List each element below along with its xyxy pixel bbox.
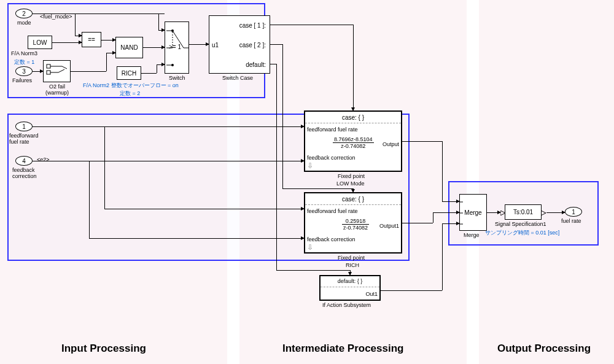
switch-case-label: Switch Case: [222, 75, 253, 81]
svg-point-13: [171, 64, 174, 66]
region-label-input: Input Processing: [61, 343, 146, 355]
merge-block[interactable]: Merge: [459, 194, 487, 231]
inport-3[interactable]: 3: [15, 66, 33, 76]
o2-fail-label: O2 fail (warmup): [45, 83, 69, 96]
port-label-fuelrate: fuel rate: [561, 218, 581, 224]
if-action-label: If Action Subsystem: [322, 302, 371, 308]
svg-marker-17: [500, 211, 505, 215]
constant-low[interactable]: LOW: [28, 36, 52, 49]
logic-nand[interactable]: NAND: [115, 37, 143, 58]
inport-4[interactable]: 4: [15, 156, 33, 166]
fa-norm3-label: F/A Norm3: [11, 50, 37, 56]
constant-rich[interactable]: RICH: [117, 66, 141, 80]
svg-point-12: [171, 29, 174, 32]
region-label-output: Output Processing: [497, 343, 591, 355]
signal-spec-note: サンプリング時間 = 0.01 [sec]: [485, 229, 559, 237]
svg-line-10: [173, 31, 184, 48]
subsystem-fixed-point-low[interactable]: case: { } feedforward fuel rate 8.7696z-…: [304, 110, 402, 172]
switch-case-block[interactable]: case [ 1 ]: case [ 2 ]: u1 default:: [209, 15, 270, 74]
signal-tag-fuelmode: <fuel_mode>: [40, 14, 72, 20]
merge-label: Merge: [464, 232, 480, 238]
outport-1[interactable]: 1: [565, 207, 582, 217]
signal-spec-label: Signal Specification1: [495, 221, 546, 227]
inport-1[interactable]: 1: [15, 122, 33, 131]
low-mode-label2: LOW Mode: [336, 180, 365, 187]
signal-tag-e2: <e2>: [37, 157, 50, 163]
port-label-feedforward: feedforward fuel rate: [9, 133, 39, 145]
fa-norm2-note: F/A Norm2 整数でオーバーフロー = on: [83, 82, 179, 90]
rich-label2: RICH: [346, 262, 359, 268]
svg-line-4: [58, 69, 64, 72]
signal-specification[interactable]: Ts:0.01: [505, 204, 542, 220]
switch-label: Switch: [169, 75, 185, 81]
svg-marker-18: [541, 211, 546, 215]
relational-operator-eq[interactable]: ==: [82, 32, 101, 47]
subsystem-fixed-point-rich[interactable]: case: { } feedforward fuel rate 0.25918 …: [304, 192, 402, 254]
svg-rect-1: [47, 71, 50, 74]
port-num: 3: [22, 68, 26, 75]
region-label-intermediate: Intermediate Processing: [282, 343, 403, 355]
rich-label1: Fixed point: [338, 255, 365, 261]
port-label-mode: mode: [17, 20, 31, 26]
action-arrow-icon: ⇩: [307, 161, 313, 170]
port-label-feedback: feedback correction: [12, 167, 37, 179]
o2-fail-block[interactable]: [43, 60, 71, 82]
port-label-failures: Failures: [12, 77, 32, 83]
if-action-subsystem[interactable]: default: { } Out1: [319, 275, 381, 301]
low-mode-label1: Fixed point: [338, 173, 365, 179]
switch-block[interactable]: >= 1: [165, 21, 189, 74]
inport-2[interactable]: 2: [15, 9, 33, 18]
port-num: 2: [22, 10, 26, 17]
svg-line-5: [62, 66, 67, 69]
const2-note: 定数 = 2: [120, 90, 140, 98]
svg-rect-0: [47, 64, 50, 68]
const1-note: 定数 = 1: [14, 58, 34, 66]
action-arrow-icon: ⇩: [307, 243, 313, 252]
